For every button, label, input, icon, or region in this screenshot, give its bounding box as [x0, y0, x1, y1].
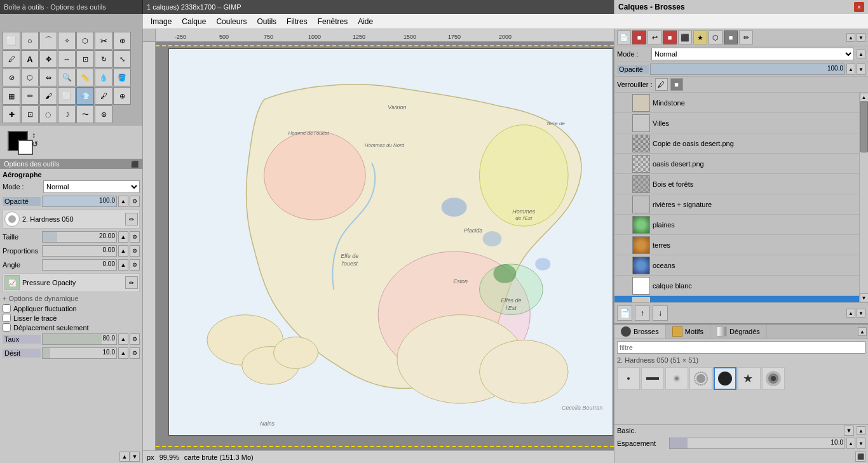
layer-icon-3[interactable]: ↩: [648, 30, 661, 44]
layer-mindstone[interactable]: Mindstone: [614, 93, 859, 113]
tab-degrades[interactable]: Dégradés: [710, 325, 767, 339]
brushes-panel-scroll[interactable]: ▲: [858, 327, 867, 336]
brush-cell-star[interactable]: ★: [738, 367, 761, 390]
layers-close-button[interactable]: ×: [854, 2, 864, 12]
lisser-check[interactable]: Lisser le tracé: [3, 314, 140, 322]
layer-eye-copie-oasis[interactable]: [617, 137, 630, 150]
scrollbar-track[interactable]: [860, 102, 868, 293]
tool-fuzzy-select[interactable]: ✧: [58, 32, 76, 50]
tool-ink[interactable]: 🖋: [95, 87, 112, 105]
tool-align[interactable]: ↔: [58, 50, 76, 68]
layer-terres[interactable]: terres: [614, 235, 859, 255]
menu-image[interactable]: Image: [146, 16, 177, 27]
reset-colors[interactable]: ↺: [32, 140, 38, 149]
opacity-up[interactable]: ▲: [118, 196, 128, 207]
swap-colors[interactable]: ↕: [32, 131, 36, 140]
layer-panel-scroll-down[interactable]: ▼: [857, 309, 865, 318]
tool-free-select[interactable]: ⌒: [39, 32, 57, 50]
tab-brosses[interactable]: Brosses: [614, 325, 666, 339]
layer-brute[interactable]: 👁 carte brute: [614, 296, 859, 302]
tool-perspective[interactable]: ⬡: [21, 69, 39, 86]
brush-cell-fuzzy-xl[interactable]: [762, 367, 785, 390]
taux-slider[interactable]: 80.0: [42, 333, 117, 345]
layer-new-btn[interactable]: 📄: [617, 305, 632, 321]
tool-crop[interactable]: ⊡: [76, 50, 94, 68]
tool-shear[interactable]: ⊘: [3, 69, 20, 86]
mode-select[interactable]: Normal: [43, 180, 140, 193]
tool-select-color[interactable]: ⬡: [76, 32, 94, 50]
menu-couleurs[interactable]: Couleurs: [211, 16, 252, 27]
tool-clone[interactable]: ⊕: [113, 87, 131, 105]
basic-expand[interactable]: ▼: [844, 426, 854, 436]
taux-up[interactable]: ▲: [118, 333, 128, 345]
tool-measure[interactable]: 📏: [76, 69, 94, 86]
lock-alpha-btn[interactable]: ■: [670, 78, 683, 91]
tool-convolve[interactable]: ⊛: [95, 105, 112, 123]
layer-icon-8[interactable]: ■: [724, 30, 738, 44]
angle-up[interactable]: ▲: [118, 259, 128, 271]
layer-plaines[interactable]: plaines: [614, 215, 859, 235]
layer-icon-2[interactable]: ■: [632, 30, 646, 44]
dynamics-options[interactable]: + Options de dynamique: [3, 295, 140, 302]
tool-foreground-select[interactable]: ⊕: [113, 32, 131, 50]
brushes-panel-expand[interactable]: ▲: [857, 426, 865, 435]
tool-move[interactable]: ✥: [39, 50, 57, 68]
desit-settings[interactable]: ⚙: [130, 347, 140, 359]
menu-filtres[interactable]: Filtres: [281, 16, 313, 27]
angle-settings[interactable]: ⚙: [130, 259, 140, 271]
desit-up[interactable]: ▲: [118, 347, 128, 359]
layer-eye-villes[interactable]: [617, 117, 630, 130]
background-color[interactable]: [18, 140, 33, 155]
tool-paths[interactable]: 🖊: [3, 50, 20, 68]
tool-flip[interactable]: ⇔: [39, 69, 57, 86]
layer-rivieres[interactable]: rivières + signature: [614, 194, 859, 215]
layers-mode-scroll-up[interactable]: ▲: [857, 50, 865, 58]
scrollbar-thumb[interactable]: [860, 102, 868, 152]
brush-cell-blur-m[interactable]: [665, 367, 688, 390]
tool-ellipse-select[interactable]: ○: [21, 32, 39, 50]
menu-outils[interactable]: Outils: [252, 16, 281, 27]
tool-paintbrush[interactable]: 🖌: [39, 87, 57, 105]
tool-pencil[interactable]: ✏: [21, 87, 39, 105]
layer-oasis[interactable]: oasis desert.png: [614, 154, 859, 174]
layer-eye-rivieres[interactable]: [617, 198, 630, 211]
deplacement-checkbox[interactable]: [3, 323, 11, 332]
layer-icon-1[interactable]: 📄: [617, 30, 631, 44]
tool-airbrush[interactable]: 💨: [76, 87, 94, 105]
tool-eraser[interactable]: ⬜: [58, 87, 76, 105]
scrollbar-down-btn[interactable]: ▼: [860, 293, 869, 302]
layer-icon-7[interactable]: ⬡: [709, 30, 722, 44]
filter-input[interactable]: [617, 341, 865, 354]
fluctuation-check[interactable]: Appliquer fluctuation: [3, 304, 140, 312]
taille-up[interactable]: ▲: [118, 231, 128, 243]
lisser-checkbox[interactable]: [3, 314, 11, 322]
layer-oceans[interactable]: oceans: [614, 255, 859, 276]
tool-smudge[interactable]: 〜: [76, 105, 94, 123]
espacement-up[interactable]: ▲: [846, 438, 855, 449]
brush-cell-fuzzy-l[interactable]: [689, 367, 712, 390]
layer-eye-plaines[interactable]: [617, 218, 630, 231]
layer-icon-6[interactable]: ★: [693, 30, 707, 44]
desit-slider[interactable]: 10.0: [42, 347, 117, 359]
layer-eye-bois[interactable]: [617, 178, 630, 191]
layers-opacity-up[interactable]: ▲: [846, 64, 855, 75]
deplacement-check[interactable]: Déplacement seulement: [3, 323, 140, 332]
tool-rotate[interactable]: ↻: [95, 50, 112, 68]
tool-text[interactable]: A: [21, 50, 39, 68]
brush-cell-line-s[interactable]: [641, 367, 664, 390]
scroll-up-btn[interactable]: ▲: [119, 452, 130, 462]
layer-move-up-btn[interactable]: ↑: [635, 305, 650, 321]
tool-perspective-clone[interactable]: ⊡: [21, 105, 39, 123]
brush-cell-dot-xs[interactable]: [617, 367, 640, 390]
proportions-up[interactable]: ▲: [118, 245, 128, 257]
opacity-settings[interactable]: ⚙: [130, 196, 140, 207]
tool-dodge-burn[interactable]: ☽: [58, 105, 76, 123]
taux-settings[interactable]: ⚙: [130, 333, 140, 345]
tool-scale[interactable]: ⤡: [113, 50, 131, 68]
layer-icon-9[interactable]: ✏: [739, 30, 753, 44]
layer-villes[interactable]: Villes: [614, 113, 859, 133]
panel-scroll-down[interactable]: ▼: [857, 33, 865, 42]
layers-mode-select[interactable]: Normal: [651, 48, 854, 60]
layer-icon-4[interactable]: ■: [663, 30, 677, 44]
scrollbar-up-btn[interactable]: ▲: [860, 93, 869, 102]
